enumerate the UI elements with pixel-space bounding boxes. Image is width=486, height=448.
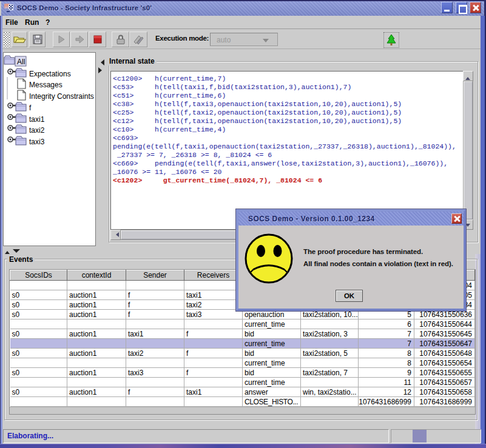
svg-text:taxi2: taxi2 bbox=[29, 126, 45, 135]
svg-text:taxi3: taxi3 bbox=[29, 138, 45, 146]
svg-text:taxi1: taxi1 bbox=[29, 115, 45, 124]
svg-text:Messages: Messages bbox=[29, 81, 62, 89]
svg-text:All: All bbox=[17, 58, 25, 66]
svg-text:Integrity Constraints: Integrity Constraints bbox=[29, 92, 94, 101]
svg-text:f: f bbox=[29, 104, 32, 112]
svg-text:Expectations: Expectations bbox=[29, 70, 71, 78]
